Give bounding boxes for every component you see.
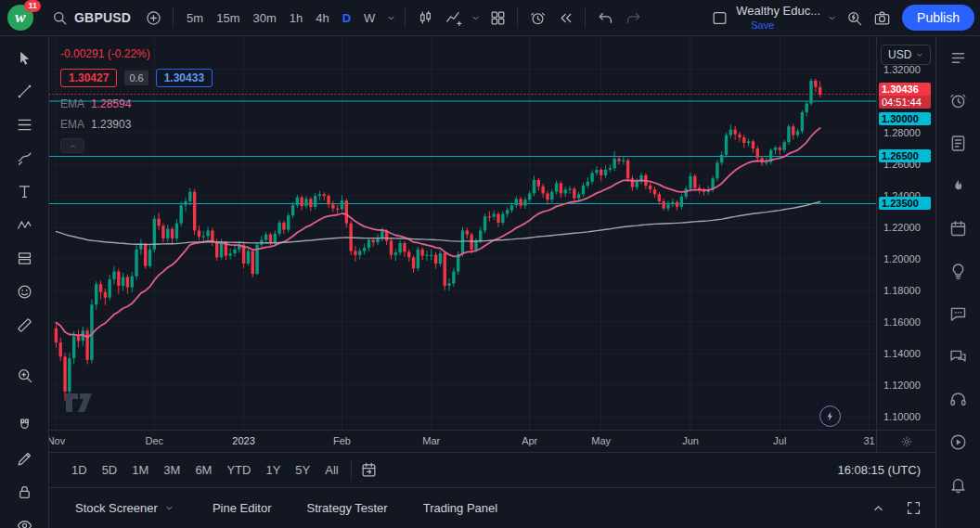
brush-tool-icon[interactable] (8, 144, 40, 173)
interval-1h[interactable]: 1h (283, 5, 309, 31)
save-layout-icon[interactable] (706, 5, 732, 31)
buy-button[interactable]: 1.30433 (156, 69, 213, 87)
range-1d[interactable]: 1D (64, 459, 95, 481)
panel-pine-editor[interactable]: Pine Editor (201, 496, 283, 521)
emoji-tool-icon[interactable] (8, 277, 40, 306)
top-toolbar: w 11 GBPUSD 5m15m30m1h4hDW Wealthy Educ.… (0, 0, 980, 36)
bottom-panel-bar: Stock ScreenerPine EditorStrategy Tester… (49, 487, 935, 528)
indicator-row-ema-2[interactable]: EMA1.23903 (60, 118, 213, 131)
zoom-tool-icon[interactable] (8, 361, 40, 390)
divider (517, 7, 518, 28)
range-5d[interactable]: 5D (95, 459, 125, 481)
notifications-icon[interactable] (947, 472, 971, 496)
price-tick: 1.10000 (883, 411, 921, 422)
bar-replay-icon[interactable] (552, 5, 578, 31)
bid-ask-row: 1.30427 0.6 1.30433 (60, 69, 213, 87)
interval-30m[interactable]: 30m (246, 5, 282, 31)
cursor-tool-icon[interactable] (8, 44, 40, 72)
fib-tool-icon[interactable] (8, 110, 40, 139)
panel-strategy-tester[interactable]: Strategy Tester (295, 496, 398, 521)
support-icon[interactable] (947, 387, 971, 411)
alerts-icon[interactable] (947, 88, 971, 112)
level-price-label[interactable]: 1.30000 (879, 112, 931, 125)
range-3m[interactable]: 3M (156, 459, 187, 481)
price-change: -0.00291 (-0.22%) (60, 47, 213, 60)
lock-tool-icon[interactable] (8, 478, 40, 507)
chat-icon[interactable] (947, 344, 971, 368)
chart-style-icon[interactable] (412, 5, 438, 31)
go-to-date-icon[interactable] (356, 457, 382, 483)
create-alert-icon[interactable] (524, 5, 550, 31)
ideas-icon[interactable] (947, 131, 971, 155)
forecast-tool-icon[interactable] (8, 244, 40, 273)
user-avatar[interactable]: w 11 (7, 5, 33, 31)
scale-settings-gear-icon[interactable] (876, 431, 935, 452)
calendar-icon[interactable] (947, 216, 971, 240)
price-tick: 1.20000 (883, 253, 921, 264)
hotlists-icon[interactable] (947, 174, 971, 198)
boost-button[interactable] (819, 406, 841, 427)
indicator-row-ema-1[interactable]: EMA1.28594 (60, 97, 213, 110)
hide-tool-icon[interactable] (8, 511, 40, 528)
interval-15m[interactable]: 15m (210, 5, 246, 31)
save-status[interactable]: Save (751, 19, 774, 31)
indicator-templates-caret-icon[interactable] (468, 5, 483, 31)
panel-stock-screener[interactable]: Stock Screener (64, 490, 188, 527)
price-tick: 1.14000 (883, 348, 921, 359)
panel-trading-panel[interactable]: Trading Panel (412, 496, 509, 521)
search-icon (50, 5, 69, 31)
draw-tool-icon[interactable] (8, 444, 40, 473)
legend-collapse-button[interactable] (60, 138, 84, 153)
divider (585, 7, 586, 28)
time-label-nov: Nov (49, 435, 76, 446)
utc-clock[interactable]: 16:08:15 (UTC) (837, 463, 928, 477)
interval-4h[interactable]: 4h (309, 5, 335, 31)
interval-W[interactable]: W (357, 5, 381, 31)
pattern-tool-icon[interactable] (8, 211, 40, 239)
range-1y[interactable]: 1Y (258, 459, 288, 481)
redo-icon[interactable] (620, 5, 646, 31)
indicators-icon[interactable] (440, 5, 466, 31)
time-scale[interactable]: NovDec2023FebMarAprMayJunJul31 (49, 430, 935, 452)
panel-maximize-icon[interactable] (900, 496, 926, 522)
layout-menu-caret-icon[interactable] (824, 5, 839, 31)
time-label-may: May (581, 435, 622, 446)
chart-pane[interactable]: -0.00291 (-0.22%) 1.30427 0.6 1.30433 EM… (49, 36, 876, 430)
currency-label: USD (888, 48, 911, 61)
trendline-tool-icon[interactable] (8, 77, 40, 106)
sell-button[interactable]: 1.30427 (60, 69, 117, 87)
minds-icon[interactable] (947, 302, 971, 326)
range-6m[interactable]: 6M (187, 459, 219, 481)
text-tool-icon[interactable] (8, 177, 40, 206)
last-price-label: 1.30436 04:51:44 (879, 83, 931, 109)
range-ytd[interactable]: YTD (219, 459, 258, 481)
interval-D[interactable]: D (336, 5, 357, 31)
inspiration-icon[interactable] (947, 259, 971, 283)
streams-icon[interactable] (947, 430, 971, 454)
layout-name-menu[interactable]: Wealthy Educ... Save (734, 5, 822, 30)
snapshot-icon[interactable] (869, 5, 895, 31)
compare-add-icon[interactable] (140, 5, 166, 31)
range-group: 1D5D1M3M6MYTD1Y5YAll (64, 459, 346, 481)
range-5y[interactable]: 5Y (288, 459, 317, 481)
currency-selector[interactable]: USD (881, 45, 931, 65)
multichart-layout-icon[interactable] (484, 5, 510, 31)
spread-value: 0.6 (124, 71, 148, 85)
range-all[interactable]: All (317, 459, 345, 481)
measure-tool-icon[interactable] (8, 311, 40, 340)
level-price-label[interactable]: 1.26500 (879, 149, 931, 162)
symbol-search[interactable]: GBPUSD (43, 5, 138, 31)
magnet-tool-icon[interactable] (8, 411, 40, 440)
divider (405, 7, 406, 28)
panel-open-icon[interactable] (865, 496, 891, 522)
price-scale[interactable]: USD 1.320001.300001.280001.260001.240001… (876, 36, 935, 430)
interval-5m[interactable]: 5m (180, 5, 210, 31)
watchlist-icon[interactable] (947, 45, 971, 70)
chevron-down-icon (162, 496, 177, 522)
interval-menu-caret-icon[interactable] (383, 5, 398, 31)
quick-search-icon[interactable] (841, 5, 867, 31)
level-price-label[interactable]: 1.23500 (879, 197, 931, 210)
publish-button[interactable]: Publish (902, 5, 974, 31)
range-1m[interactable]: 1M (124, 459, 156, 481)
undo-icon[interactable] (592, 5, 618, 31)
